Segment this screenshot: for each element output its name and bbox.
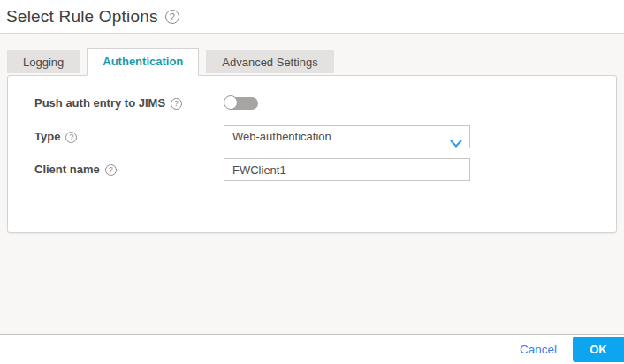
client-name-label-text: Client name <box>34 163 100 176</box>
type-select-value: Web-authentication <box>232 130 331 143</box>
tab-advanced-settings[interactable]: Advanced Settings <box>206 50 333 73</box>
push-auth-label-text: Push auth entry to JIMS <box>34 96 165 110</box>
type-label: Type? <box>34 129 77 145</box>
type-label-text: Type <box>34 130 60 143</box>
push-auth-help-icon[interactable]: ? <box>171 98 182 110</box>
ok-button[interactable]: OK <box>573 337 624 362</box>
type-help-icon[interactable]: ? <box>65 132 77 143</box>
select-rule-options-dialog: Select Rule Options ? Logging Authentica… <box>0 0 624 364</box>
help-icon[interactable]: ? <box>165 10 179 24</box>
dialog-footer: Cancel OK <box>0 334 624 364</box>
toggle-knob <box>224 95 238 110</box>
tab-logging[interactable]: Logging <box>7 50 80 73</box>
cancel-button[interactable]: Cancel <box>520 335 557 364</box>
type-select[interactable]: Web-authentication <box>224 125 470 148</box>
chevron-down-icon <box>450 133 462 155</box>
tab-authentication[interactable]: Authentication <box>87 48 199 76</box>
client-name-label: Client name? <box>34 162 117 178</box>
dialog-header: Select Rule Options ? <box>0 0 624 34</box>
push-auth-toggle[interactable] <box>224 95 259 111</box>
client-name-input[interactable] <box>224 158 470 181</box>
tab-bar: Logging Authentication Advanced Settings <box>7 48 341 76</box>
client-name-help-icon[interactable]: ? <box>105 164 117 176</box>
tab-content-panel: Push auth entry to JIMS? Type? Web-authe… <box>7 75 617 233</box>
dialog-title: Select Rule Options <box>6 7 158 27</box>
push-auth-label: Push auth entry to JIMS? <box>34 95 182 111</box>
